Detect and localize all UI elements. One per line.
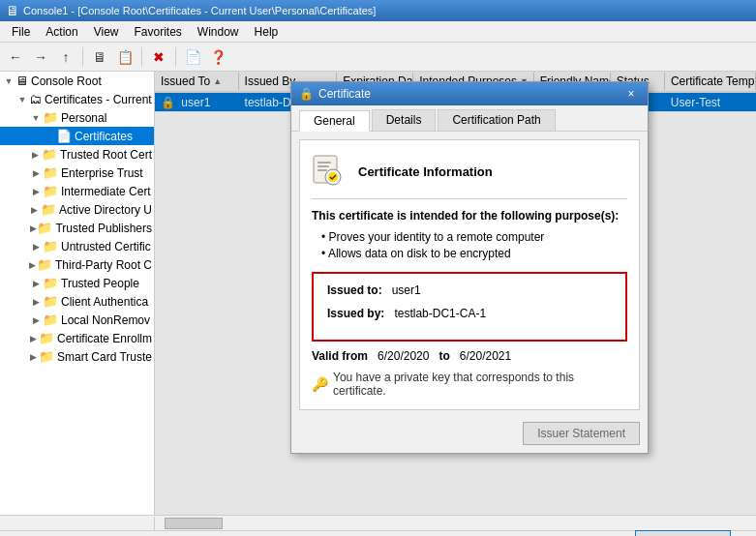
properties-button[interactable]: 📄	[181, 45, 204, 69]
cert-tabs: General Details Certification Path	[291, 105, 648, 132]
hscroll-content	[155, 517, 756, 530]
cert-bullet-2: Allows data on disk to be encrypted	[321, 247, 627, 260]
sidebar-item-intermediate-cert[interactable]: ▶ 📁 Intermediate Cert	[0, 182, 154, 200]
cert-issued-to-value: user1	[392, 283, 421, 297]
sidebar-item-trusted-publishers[interactable]: ▶ 📁 Trusted Publishers	[0, 219, 154, 237]
svg-rect-4	[318, 165, 329, 167]
sidebar-item-local-nonremov[interactable]: ▶ 📁 Local NonRemov	[0, 311, 154, 329]
back-button[interactable]: ←	[4, 45, 27, 69]
expand-enterprise[interactable]: ▶	[29, 166, 43, 180]
modal-overlay: 🔒 Certificate × General Details Certific…	[155, 72, 756, 515]
menu-bar: File Action View Favorites Window Help	[0, 21, 756, 43]
toolbar-sep-2	[141, 47, 142, 67]
sidebar-item-third-party[interactable]: ▶ 📁 Third-Party Root C	[0, 255, 154, 274]
expand-client-auth[interactable]: ▶	[29, 295, 43, 309]
expand-cert-leaf	[43, 130, 56, 143]
toolbar-sep-3	[175, 47, 176, 67]
cert-footer: Issuer Statement	[291, 418, 648, 453]
certificates-icon: 🗂	[29, 92, 42, 106]
sidebar-item-active-directory[interactable]: ▶ 📁 Active Directory U	[0, 200, 154, 219]
sidebar-item-enterprise-trust[interactable]: ▶ 📁 Enterprise Trust	[0, 164, 154, 182]
hscroll-sidebar	[0, 517, 155, 530]
menu-help[interactable]: Help	[247, 23, 287, 41]
cert-dialog-title-text: Certificate	[318, 87, 371, 101]
sidebar-item-trusted-people[interactable]: ▶ 📁 Trusted People	[0, 274, 154, 292]
expand-trusted-people[interactable]: ▶	[29, 277, 43, 290]
toolbar-sep-1	[82, 47, 83, 67]
cert-purpose-text: This certificate is intended for the fol…	[312, 209, 627, 223]
svg-rect-5	[318, 169, 327, 171]
cert-issued-by-row: Issued by: testlab-DC1-CA-1	[327, 307, 612, 320]
sidebar-item-untrusted[interactable]: ▶ 📁 Untrusted Certific	[0, 237, 154, 255]
local-nonremov-icon: 📁	[43, 313, 58, 327]
sidebar-item-console-root[interactable]: ▼ 🖥 Console Root	[0, 72, 154, 90]
expand-cert-enroll[interactable]: ▶	[29, 332, 39, 345]
client-auth-icon: 📁	[43, 294, 58, 309]
forward-button[interactable]: →	[29, 45, 52, 69]
expand-trusted-root[interactable]: ▶	[29, 148, 42, 162]
cert-valid-from-value: 6/20/2020	[378, 349, 429, 363]
expand-smart-card[interactable]: ▶	[29, 350, 39, 364]
expand-console-root[interactable]: ▼	[2, 74, 15, 88]
up-button[interactable]: ↑	[54, 45, 77, 69]
menu-action[interactable]: Action	[38, 23, 85, 41]
sidebar-item-cert-enroll[interactable]: ▶ 📁 Certificate Enrollm	[0, 329, 154, 347]
tab-general[interactable]: General	[299, 110, 370, 132]
menu-view[interactable]: View	[86, 23, 127, 41]
cert-issued-by-value: testlab-DC1-CA-1	[394, 307, 486, 320]
menu-window[interactable]: Window	[190, 23, 247, 41]
sidebar-item-certificates-current[interactable]: ▼ 🗂 Certificates - Current	[0, 90, 154, 108]
trusted-root-icon: 📁	[42, 147, 57, 162]
third-party-icon: 📁	[37, 257, 52, 272]
untrusted-icon: 📁	[43, 239, 58, 253]
cert-issued-to-row: Issued to: user1	[327, 283, 612, 297]
trusted-pub-icon: 📁	[37, 221, 52, 235]
active-dir-icon: 📁	[41, 202, 56, 217]
menu-favorites[interactable]: Favorites	[127, 23, 190, 41]
cert-leaf-icon: 📄	[56, 129, 72, 143]
cert-private-key-text: You have a private key that corresponds …	[333, 371, 627, 398]
tab-certification-path[interactable]: Certification Path	[438, 109, 555, 131]
copy-button[interactable]: 📋	[113, 45, 136, 69]
cert-issued-to-label: Issued to:	[327, 283, 382, 297]
help-button[interactable]: ❓	[206, 45, 229, 69]
svg-rect-3	[318, 162, 331, 164]
sidebar-item-client-auth[interactable]: ▶ 📁 Client Authentica	[0, 292, 154, 311]
intermediate-icon: 📁	[43, 184, 58, 198]
expand-certificates[interactable]: ▼	[15, 93, 29, 106]
expand-untrusted[interactable]: ▶	[29, 240, 43, 253]
sidebar-item-certificates-leaf[interactable]: 📄 Certificates	[0, 127, 154, 145]
delete-button[interactable]: ✖	[147, 45, 170, 69]
sidebar-item-smart-card[interactable]: ▶ 📁 Smart Card Truste	[0, 347, 154, 366]
cert-key-row: 🔑 You have a private key that correspond…	[312, 371, 627, 398]
hscroll-thumb[interactable]	[165, 518, 223, 529]
cert-dialog-title-icon: 🔒	[299, 87, 314, 101]
sidebar-item-trusted-root[interactable]: ▶ 📁 Trusted Root Cert	[0, 145, 154, 164]
cert-dialog-close-button[interactable]: ×	[622, 85, 640, 103]
tab-details[interactable]: Details	[372, 109, 437, 131]
status-bar: Personal store contains 1 certificate. O…	[0, 530, 756, 536]
expand-third-party[interactable]: ▶	[29, 258, 37, 272]
cert-valid-to-label: to	[438, 349, 449, 363]
expand-trusted-pub[interactable]: ▶	[29, 222, 37, 235]
title-bar: 🖥 Console1 - [Console Root\Certificates …	[0, 0, 756, 21]
console-root-icon: 🖥	[15, 74, 28, 88]
expand-personal[interactable]: ▼	[29, 111, 43, 125]
ok-button[interactable]: OK	[635, 530, 731, 537]
expand-active-dir[interactable]: ▶	[29, 203, 41, 217]
cert-issued-by-label: Issued by:	[327, 307, 384, 320]
trusted-people-icon: 📁	[43, 276, 58, 290]
expand-intermediate[interactable]: ▶	[29, 185, 43, 198]
sidebar-item-personal[interactable]: ▼ 📁 Personal	[0, 108, 154, 127]
cert-valid-to-value: 6/20/2021	[460, 349, 511, 363]
sidebar: ▼ 🖥 Console Root ▼ 🗂 Certificates - Curr…	[0, 72, 155, 515]
show-hide-button[interactable]: 🖥	[88, 45, 111, 69]
cert-info-title: Certificate Information	[358, 164, 493, 179]
hscroll-area	[0, 515, 756, 530]
toolbar: ← → ↑ 🖥 📋 ✖ 📄 ❓	[0, 43, 756, 72]
cert-bullet-1: Proves your identity to a remote compute…	[321, 230, 627, 244]
menu-file[interactable]: File	[4, 23, 38, 41]
issuer-statement-button[interactable]: Issuer Statement	[523, 422, 640, 445]
cert-dialog-title-left: 🔒 Certificate	[299, 87, 371, 101]
expand-local-nonremov[interactable]: ▶	[29, 313, 43, 327]
